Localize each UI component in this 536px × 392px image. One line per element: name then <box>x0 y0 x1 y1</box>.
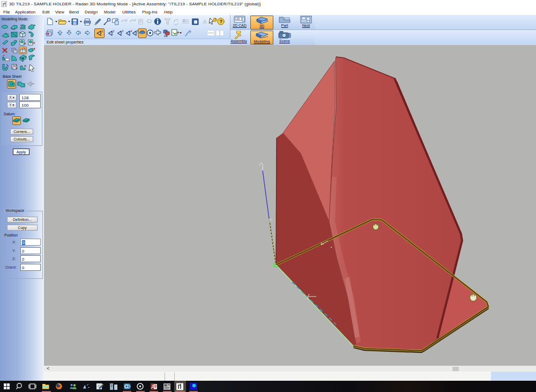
svg-text:DB: DB <box>164 34 168 38</box>
svg-text:?: ? <box>219 19 222 24</box>
svg-text:4: 4 <box>130 29 132 33</box>
svg-text:2: 2 <box>113 29 115 33</box>
svg-text:2D: 2D <box>236 17 240 20</box>
svg-text:?: ? <box>214 18 216 21</box>
svg-text:3: 3 <box>122 29 124 33</box>
